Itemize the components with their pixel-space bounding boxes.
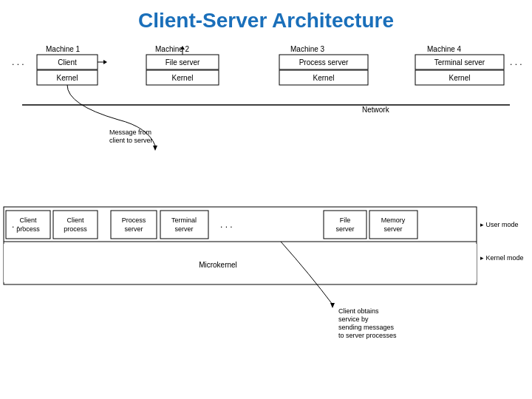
memory-server-line2: server [383, 225, 402, 233]
message-arrow-head [153, 146, 157, 151]
client-obtains-line3: sending messages [338, 324, 395, 331]
client-label: Client [58, 58, 77, 66]
arrow-head1 [103, 60, 107, 64]
client-process-2-line2: process [64, 225, 87, 233]
machine4-label: Machine 4 [427, 45, 462, 53]
user-mode-label: ▸ User mode [480, 221, 519, 228]
client-obtains-line4: to server processes [338, 332, 397, 339]
kernel-mode-label: ▸ Kernel mode [480, 254, 524, 262]
machine4-kernel-label: Kernel [449, 74, 471, 82]
terminal-server-bottom-box [160, 211, 208, 239]
client-obtains-arrow-head [330, 303, 335, 308]
file-server-label: File server [166, 58, 200, 66]
process-server-bottom-line1: Process [122, 216, 146, 224]
network-label: Network [362, 106, 390, 114]
microkernel-area [4, 244, 477, 282]
client-obtains-line1: Client obtains [338, 307, 379, 315]
client-process-2-line1: Client [66, 216, 84, 224]
diagram-area: Machine 1 Machine 2 Machine 3 Machine 4 … [0, 38, 532, 399]
process-server-bottom-box [111, 211, 157, 239]
machine2-kernel-label: Kernel [172, 74, 194, 82]
process-server-top-label: Process server [299, 58, 349, 66]
machine1-kernel-label: Kernel [57, 74, 78, 82]
microkernel-label: Microkernel [199, 261, 237, 269]
terminal-server-top-label: Terminal server [434, 58, 485, 66]
client-process-2-box [53, 211, 98, 239]
terminal-server-bottom-line2: server [174, 225, 193, 233]
machine1-label: Machine 1 [46, 45, 81, 53]
machine3-kernel-label: Kernel [313, 74, 335, 82]
memory-server-line1: Memory [381, 216, 406, 224]
architecture-diagram: Machine 1 Machine 2 Machine 3 Machine 4 … [0, 38, 532, 399]
dots-left-top: . . . [12, 57, 24, 67]
message-label-line1: Message from [109, 129, 151, 136]
dots-middle-bottom: . . . [220, 219, 233, 230]
file-server-bottom-box [324, 211, 366, 239]
message-label-line2: client to server [109, 137, 153, 144]
terminal-server-bottom-line1: Terminal [171, 216, 197, 224]
memory-server-box [369, 211, 417, 239]
machine3-label: Machine 3 [290, 45, 325, 53]
page-title: Client-Server Architecture [0, 0, 532, 38]
process-server-bottom-line2: server [124, 225, 143, 233]
dots-right-top: . . . [510, 57, 522, 67]
file-server-bottom-line2: server [335, 225, 354, 233]
client-obtains-line2: service by [338, 316, 369, 323]
file-server-bottom-line1: File [340, 216, 351, 224]
dots-left-bottom: . . . [12, 219, 24, 230]
